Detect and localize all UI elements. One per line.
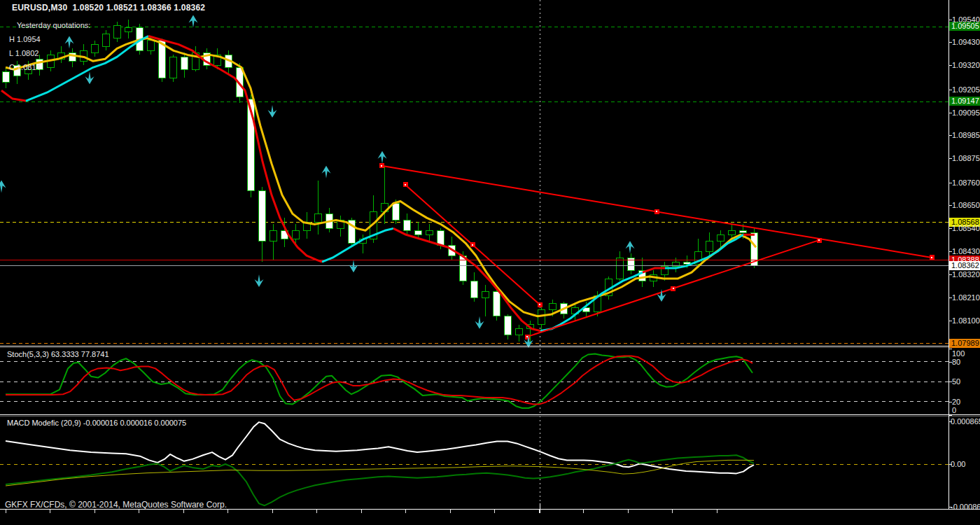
stoch-axis-label: 50	[952, 377, 960, 386]
trendline-handle-center	[539, 304, 540, 305]
arrow-down-icon	[85, 71, 94, 84]
candle-body	[414, 230, 421, 234]
macd-label: MACD Modefic (20,9) -0.000016 0.000016 0…	[7, 419, 186, 428]
arrow-down-icon	[255, 274, 264, 287]
candle-body	[616, 258, 623, 279]
candle-body	[459, 255, 466, 281]
copyright-text: GKFX FX/CFDs, © 2001-2014, MetaQuotes So…	[5, 500, 227, 510]
trendline-handle-center	[818, 239, 820, 241]
stoch-axis-label: 80	[952, 358, 960, 367]
trendline-handle-center	[405, 184, 406, 186]
candle-body	[292, 230, 299, 239]
candle-body	[125, 28, 132, 32]
ma-trend-line-up	[540, 272, 643, 331]
price-axis-label: 1.09205	[952, 85, 980, 94]
price-axis-label: 1.09430	[952, 38, 980, 47]
price-badge: 1.07989	[949, 339, 980, 348]
macd-axis-label: 0.00	[951, 460, 965, 469]
candle-body	[102, 34, 109, 47]
mt4-chart-window: EURUSD,M30 1.08520 1.08521 1.08366 1.083…	[0, 0, 980, 525]
arrow-down-icon	[268, 105, 277, 118]
candle-body	[717, 234, 724, 241]
price-axis-label: 1.08760	[952, 178, 980, 188]
ma-trend-line-up	[322, 228, 393, 262]
price-axis-label: 1.08100	[952, 316, 980, 326]
price-axis-label: 1.09320	[952, 61, 980, 70]
candle-body	[437, 230, 444, 245]
arrow-up-icon	[378, 151, 387, 164]
arrow-down-icon	[349, 260, 358, 272]
candle-body	[392, 204, 399, 220]
quotations-heading: Yesterday quotations:	[17, 21, 90, 30]
candle-body	[181, 57, 188, 69]
price-badge: 1.08362	[949, 261, 980, 270]
symbol-title: EURUSD,M30 1.08520 1.08521 1.08366 1.083…	[12, 3, 205, 13]
price-axis-label: 1.08650	[952, 201, 980, 210]
price-axis-label: 1.08875	[952, 154, 980, 163]
stoch-axis-label: 0	[952, 406, 956, 415]
quotations-low: L 1.0802	[9, 49, 38, 58]
candle-body	[549, 304, 556, 310]
ma-trend-line-up	[26, 36, 148, 102]
arrow-up-icon	[626, 241, 635, 253]
arrow-down-icon	[475, 316, 484, 329]
candle-body	[91, 44, 98, 52]
candle-body	[314, 214, 321, 222]
macd-signal-line	[6, 455, 754, 505]
candle-body	[270, 230, 276, 241]
quotations-high: H 1.0954	[9, 35, 41, 44]
candle-body	[482, 291, 489, 298]
trendline-handle-center	[673, 288, 674, 289]
time-axis[interactable]: 7 Apr 20157 Apr 02:007 Apr 04:007 Apr 06…	[0, 510, 980, 525]
candle-body	[403, 220, 410, 230]
candle-body	[426, 230, 433, 234]
macd-axis-label: -0.000865	[951, 503, 980, 512]
candle-body	[706, 241, 713, 251]
macd-main-line	[6, 422, 754, 473]
candle-body	[147, 41, 154, 51]
candle-body	[504, 316, 511, 335]
ma-trend-line-down	[1, 90, 26, 101]
candle-body	[627, 258, 634, 270]
candle-body	[258, 191, 265, 241]
price-badge: 1.09147	[949, 97, 980, 106]
price-axis-label: 1.09540	[952, 15, 980, 24]
candle-body	[515, 329, 522, 335]
trendline-handle-center	[472, 244, 473, 246]
candle-body	[2, 71, 9, 82]
price-axis-label: 1.08430	[952, 247, 980, 256]
arrow-up-icon	[65, 36, 74, 48]
trendline-handle-center	[931, 257, 932, 258]
price-axis-label: 1.09095	[952, 108, 980, 118]
candle-body	[728, 230, 735, 234]
price-axis-label: 1.08985	[952, 131, 980, 140]
arrow-up-icon	[322, 166, 331, 178]
candle-body	[538, 310, 545, 325]
candle-body	[113, 26, 120, 38]
trendline-handle-center	[381, 165, 382, 167]
candle-body	[470, 281, 477, 298]
quotations-close: C 1.0814	[9, 63, 41, 72]
candle-body	[169, 57, 176, 78]
candle-body	[739, 230, 746, 232]
candle-body	[493, 291, 500, 316]
trendline-handle-center	[526, 336, 528, 337]
chart-canvas[interactable]	[0, 0, 980, 525]
macd-axis-label: 0.000865	[951, 417, 980, 426]
price-axis-label: 1.08320	[952, 270, 980, 279]
price-axis-label: 1.08540	[952, 224, 980, 233]
arrow-up-icon	[189, 15, 198, 28]
trendline-handle-center	[656, 211, 657, 212]
arrow-up-icon	[0, 181, 6, 193]
price-axis-label: 1.08210	[952, 293, 980, 302]
stochastic-label: Stoch(5,3,3) 63.3333 77.8741	[7, 350, 109, 359]
